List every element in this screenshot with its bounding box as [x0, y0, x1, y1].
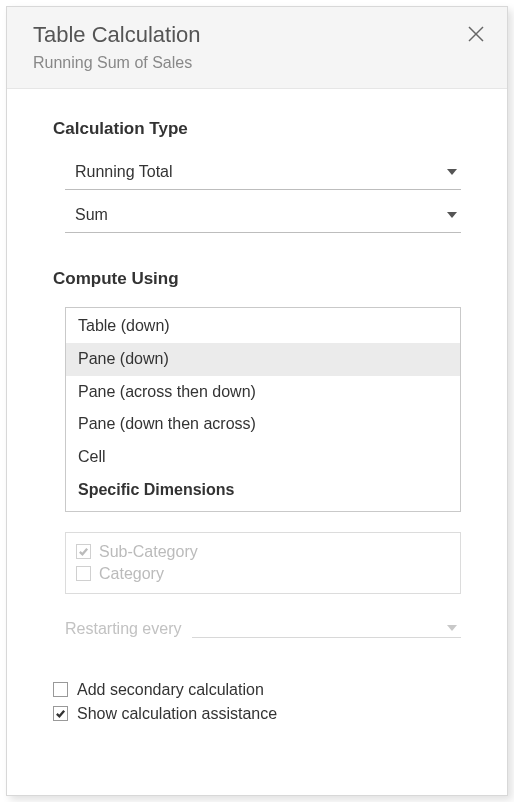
restarting-every-dropdown — [192, 621, 462, 638]
compute-option-specific-dimensions[interactable]: Specific Dimensions — [66, 474, 460, 511]
dimensions-box: Sub-Category Category — [65, 532, 461, 594]
close-icon[interactable] — [465, 23, 487, 49]
calculation-type-label: Calculation Type — [53, 119, 461, 139]
show-calculation-assistance-label: Show calculation assistance — [77, 705, 277, 723]
aggregation-dropdown[interactable]: Sum — [65, 200, 461, 233]
calculation-type-value: Running Total — [75, 163, 173, 181]
restarting-every-row: Restarting every — [65, 620, 461, 638]
dimension-label: Category — [99, 565, 164, 583]
table-calculation-dialog: Table Calculation Running Sum of Sales C… — [6, 6, 508, 796]
calculation-type-dropdown[interactable]: Running Total — [65, 157, 461, 190]
caret-down-icon — [447, 212, 457, 218]
dialog-header: Table Calculation Running Sum of Sales — [7, 7, 507, 89]
dimension-label: Sub-Category — [99, 543, 198, 561]
compute-option-pane-down[interactable]: Pane (down) — [66, 343, 460, 376]
compute-using-label: Compute Using — [53, 269, 461, 289]
caret-down-icon — [447, 169, 457, 175]
dimension-sub-category: Sub-Category — [76, 541, 450, 563]
checkbox-unchecked-icon — [76, 566, 91, 581]
dialog-subtitle: Running Sum of Sales — [33, 52, 201, 74]
add-secondary-calculation-label: Add secondary calculation — [77, 681, 264, 699]
show-calculation-assistance-checkbox[interactable]: Show calculation assistance — [53, 702, 461, 726]
compute-option-pane-down-then-across[interactable]: Pane (down then across) — [66, 408, 460, 441]
dialog-title-group: Table Calculation Running Sum of Sales — [33, 21, 201, 74]
dimension-category: Category — [76, 563, 450, 585]
checkbox-checked-icon — [76, 544, 91, 559]
dialog-title: Table Calculation — [33, 21, 201, 50]
aggregation-value: Sum — [75, 206, 108, 224]
compute-using-section: Compute Using Table (down) Pane (down) P… — [53, 269, 461, 638]
checkbox-unchecked-icon — [53, 682, 68, 697]
dialog-body: Calculation Type Running Total Sum Compu… — [7, 89, 507, 795]
add-secondary-calculation-checkbox[interactable]: Add secondary calculation — [53, 678, 461, 702]
footer-options: Add secondary calculation Show calculati… — [53, 678, 461, 726]
checkbox-checked-icon — [53, 706, 68, 721]
compute-using-listbox: Table (down) Pane (down) Pane (across th… — [65, 307, 461, 512]
compute-option-pane-across-then-down[interactable]: Pane (across then down) — [66, 376, 460, 409]
compute-option-cell[interactable]: Cell — [66, 441, 460, 474]
restarting-every-label: Restarting every — [65, 620, 182, 638]
compute-option-table-down[interactable]: Table (down) — [66, 308, 460, 343]
caret-down-icon — [447, 625, 457, 631]
